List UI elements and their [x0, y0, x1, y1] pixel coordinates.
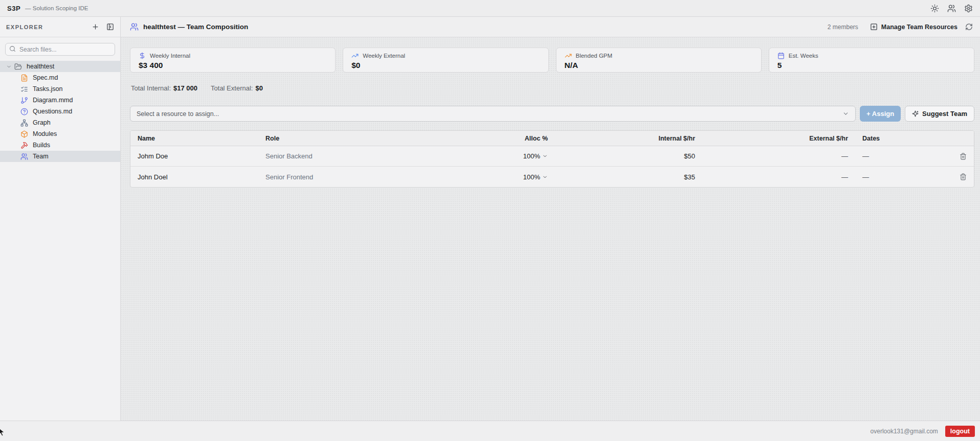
total-internal: Total Internal: $17 000 [131, 84, 197, 92]
topbar-actions [930, 4, 973, 13]
assign-toolbar: Select a resource to assign... + Assign … [130, 106, 974, 122]
search-icon [9, 45, 16, 52]
suggest-team-label: Suggest Team [922, 110, 967, 118]
tree-item-spec[interactable]: Spec.md [0, 72, 120, 83]
col-name: Name [130, 135, 258, 142]
col-external: External $/hr [702, 135, 855, 142]
alloc-value: 100% [523, 152, 540, 160]
dates-value: — [855, 152, 952, 160]
resource-select[interactable]: Select a resource to assign... [130, 106, 856, 122]
stat-value: N/A [565, 61, 753, 70]
top-bar: S3P — Solution Scoping IDE [0, 0, 980, 17]
explorer-actions [92, 23, 114, 31]
refresh-icon[interactable] [965, 23, 973, 31]
mouse-cursor [0, 427, 6, 437]
tree-item-label: Tasks.json [33, 85, 62, 92]
stat-card-weekly-external: Weekly External $0 [343, 48, 548, 73]
dollar-icon [139, 52, 146, 59]
tree-item-label: Builds [33, 142, 50, 149]
search-files-input[interactable] [5, 43, 115, 56]
dates-value: — [855, 173, 952, 181]
package-icon [20, 130, 28, 138]
calendar-icon [777, 52, 785, 59]
collapse-sidebar-icon[interactable] [106, 23, 114, 31]
network-icon [20, 119, 28, 127]
user-email: overlook131@gmail.com [871, 428, 938, 435]
panel-header: healthtest — Team Composition 2 members … [121, 17, 980, 37]
members-count: 2 members [828, 24, 858, 31]
member-role: Senior Frontend [258, 173, 430, 181]
total-internal-value: $17 000 [173, 84, 197, 92]
stat-value: $3 400 [139, 61, 327, 70]
chevron-down-icon [842, 110, 849, 117]
tree-item-label: Questions.md [33, 108, 72, 115]
team-composition-panel: healthtest — Team Composition 2 members … [121, 17, 980, 421]
tree-item-questions[interactable]: Questions.md [0, 106, 120, 117]
tree-item-label: Spec.md [33, 74, 58, 81]
app: { "topbar": { "logo": "S3P", "subtitle":… [0, 0, 980, 441]
theme-toggle-sun-icon[interactable] [930, 4, 939, 13]
total-external-value: $0 [255, 84, 262, 92]
stat-cards: Weekly Internal $3 400 Weekly External $… [130, 48, 974, 73]
help-circle-icon [20, 108, 28, 115]
new-file-plus-icon[interactable] [92, 23, 99, 31]
settings-gear-icon[interactable] [964, 4, 973, 13]
external-rate: — [702, 152, 855, 160]
tree-item-label: Graph [33, 119, 51, 126]
tree-item-label: Modules [33, 130, 57, 137]
panel-content: Weekly Internal $3 400 Weekly External $… [121, 37, 980, 421]
stat-value: 5 [777, 61, 966, 70]
folder-open-icon [14, 63, 22, 71]
internal-rate: $35 [555, 173, 702, 181]
assign-button[interactable]: + Assign [860, 106, 901, 122]
alloc-select[interactable]: 100% [430, 173, 555, 181]
plus-square-icon [870, 23, 878, 31]
tree-item-tasks[interactable]: Tasks.json [0, 83, 120, 95]
footer-bar: overlook131@gmail.com logout [0, 421, 980, 441]
tree-item-graph[interactable]: Graph [0, 117, 120, 128]
explorer-header: EXPLORER [0, 17, 120, 37]
tree-item-modules[interactable]: Modules [0, 128, 120, 140]
search-files-wrap [5, 43, 115, 56]
alloc-select[interactable]: 100% [430, 152, 555, 160]
tree-item-team[interactable]: Team [0, 151, 120, 162]
sparkles-icon [912, 110, 919, 117]
file-tree: healthtest Spec.md Tasks.json Diagram.mm… [0, 59, 120, 164]
app-logo: S3P [7, 5, 20, 12]
trend-up-icon [565, 52, 572, 59]
main-layout: EXPLORER [0, 17, 980, 421]
table-row: Johm Doe Senior Backend 100% $50 — — [130, 146, 974, 167]
manage-team-resources-button[interactable]: Manage Team Resources [870, 23, 957, 31]
internal-rate: $50 [555, 152, 702, 160]
row-actions [952, 173, 974, 180]
users-icon [20, 153, 28, 160]
git-branch-icon [20, 97, 28, 104]
stat-card-est-weeks: Est. Weeks 5 [769, 48, 974, 73]
table-header-row: Name Role Alloc % Internal $/hr External… [130, 131, 974, 146]
total-external: Total External: $0 [211, 84, 263, 92]
users-icon[interactable] [947, 4, 956, 13]
suggest-team-button[interactable]: Suggest Team [905, 106, 974, 122]
logout-button[interactable]: logout [945, 426, 975, 437]
resource-select-placeholder: Select a resource to assign... [137, 110, 219, 118]
tree-root-healthtest[interactable]: healthtest [0, 61, 120, 72]
col-dates: Dates [855, 135, 952, 142]
total-internal-label: Total Internal: [131, 84, 171, 92]
stat-label: Weekly Internal [150, 53, 190, 59]
stat-label: Blended GPM [576, 53, 613, 59]
totals-row: Total Internal: $17 000 Total External: … [130, 84, 974, 92]
trash-icon[interactable] [960, 153, 967, 160]
tree-item-diagram[interactable]: Diagram.mmd [0, 95, 120, 106]
chevron-down-icon [6, 64, 12, 69]
member-name: Johm Doe [130, 152, 258, 160]
panel-header-actions: 2 members Manage Team Resources [828, 23, 973, 31]
manage-team-resources-label: Manage Team Resources [881, 24, 957, 31]
tree-item-label: Diagram.mmd [33, 97, 73, 104]
row-actions [952, 153, 974, 160]
list-checks-icon [20, 85, 28, 93]
tree-item-builds[interactable]: Builds [0, 140, 120, 151]
users-icon [130, 22, 139, 31]
table-row: John Doel Senior Frontend 100% $35 — — [130, 167, 974, 187]
col-internal: Internal $/hr [555, 135, 702, 142]
trash-icon[interactable] [960, 173, 967, 180]
